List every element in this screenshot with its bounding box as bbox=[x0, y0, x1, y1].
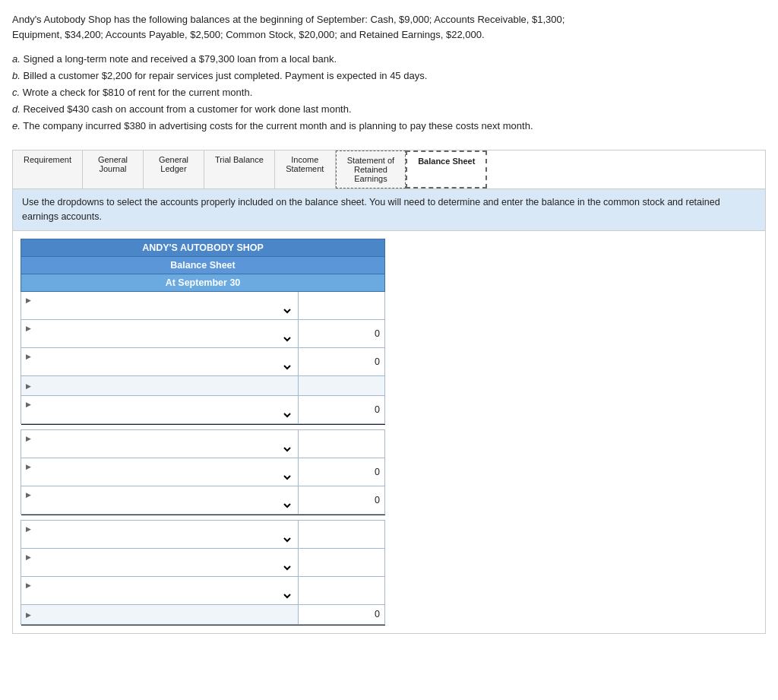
equity-row-3: Cash Accounts Receivable Equipment Accou… bbox=[21, 576, 385, 604]
final-separator-row bbox=[21, 624, 385, 626]
liab-select-1[interactable]: Cash Accounts Receivable Equipment Accou… bbox=[26, 443, 293, 455]
company-name-row: ANDY'S AUTOBODY SHOP bbox=[21, 239, 385, 256]
equity-select-2[interactable]: Cash Accounts Receivable Equipment Accou… bbox=[26, 562, 293, 574]
instruction-bar: Use the dropdowns to select the accounts… bbox=[13, 189, 765, 231]
liab-value-2: 0 bbox=[298, 458, 384, 486]
final-separator bbox=[21, 624, 385, 626]
equity-select-1[interactable]: Cash Accounts Receivable Equipment Accou… bbox=[26, 534, 293, 546]
asset-select-2[interactable]: Cash Accounts Receivable Equipment Accou… bbox=[26, 333, 293, 345]
equity-input-3[interactable] bbox=[303, 585, 380, 596]
asset-dropdown-4[interactable]: Cash Accounts Receivable Equipment Accou… bbox=[21, 395, 299, 423]
liab-row-3: Cash Accounts Receivable Equipment Accou… bbox=[21, 486, 385, 514]
asset-dropdown-3[interactable]: Cash Accounts Receivable Equipment Accou… bbox=[21, 347, 299, 375]
tabs-container: Requirement GeneralJournal GeneralLedger… bbox=[12, 150, 766, 634]
asset-row-4: Cash Accounts Receivable Equipment Accou… bbox=[21, 395, 385, 423]
sheet-title: Balance Sheet bbox=[21, 256, 385, 274]
asset-spacer-label bbox=[21, 375, 299, 395]
asset-spacer-val bbox=[298, 375, 384, 395]
transaction-c: c. Wrote a check for $810 of rent for th… bbox=[12, 84, 766, 101]
tab-income-statement[interactable]: IncomeStatement bbox=[275, 150, 336, 188]
liab-header-row: Cash Accounts Receivable Equipment Accou… bbox=[21, 429, 385, 458]
equity-value-1 bbox=[298, 520, 384, 548]
assets-dropdown-1[interactable]: Cash Accounts Receivable Equipment Accou… bbox=[21, 291, 299, 319]
liab-value-3: 0 bbox=[298, 486, 384, 514]
balance-sheet-table: ANDY'S AUTOBODY SHOP Balance Sheet At Se… bbox=[21, 239, 385, 626]
equity-dropdown-2[interactable]: Cash Accounts Receivable Equipment Accou… bbox=[21, 548, 299, 576]
tab-balance-sheet[interactable]: Balance Sheet bbox=[406, 150, 487, 188]
equity-total-row: 0 bbox=[21, 604, 385, 624]
transactions-list: a. Signed a long-term note and received … bbox=[12, 51, 766, 135]
equity-input-2[interactable] bbox=[303, 557, 380, 568]
equity-select-3[interactable]: Cash Accounts Receivable Equipment Accou… bbox=[26, 590, 293, 602]
assets-section-header-row: Cash Accounts Receivable Equipment Accou… bbox=[21, 291, 385, 319]
asset-value-2: 0 bbox=[298, 319, 384, 347]
equity-value-3[interactable] bbox=[298, 576, 384, 604]
liab-dropdown-2[interactable]: Cash Accounts Receivable Equipment Accou… bbox=[21, 458, 299, 486]
liab-dropdown-3[interactable]: Cash Accounts Receivable Equipment Accou… bbox=[21, 486, 299, 514]
asset-row-3: Cash Accounts Receivable Equipment Accou… bbox=[21, 347, 385, 375]
asset-value-3: 0 bbox=[298, 347, 384, 375]
assets-select-1[interactable]: Cash Accounts Receivable Equipment Accou… bbox=[26, 305, 293, 317]
equity-total-label bbox=[21, 604, 299, 624]
company-name: ANDY'S AUTOBODY SHOP bbox=[21, 239, 385, 256]
equity-value-2[interactable] bbox=[298, 548, 384, 576]
tab-general-journal[interactable]: GeneralJournal bbox=[83, 150, 144, 188]
transaction-d: d. Received $430 cash on account from a … bbox=[12, 101, 766, 118]
tab-statement-retained[interactable]: Statement ofRetainedEarnings bbox=[336, 150, 406, 188]
tabs-row: Requirement GeneralJournal GeneralLedger… bbox=[13, 150, 765, 189]
balance-sheet-wrapper: ANDY'S AUTOBODY SHOP Balance Sheet At Se… bbox=[13, 231, 765, 634]
sheet-title-row: Balance Sheet bbox=[21, 256, 385, 274]
sheet-date: At September 30 bbox=[21, 274, 385, 291]
liab-select-3[interactable]: Cash Accounts Receivable Equipment Accou… bbox=[26, 499, 293, 512]
asset-row-2: Cash Accounts Receivable Equipment Accou… bbox=[21, 319, 385, 347]
transaction-a: a. Signed a long-term note and received … bbox=[12, 51, 766, 68]
liab-row-2: Cash Accounts Receivable Equipment Accou… bbox=[21, 458, 385, 486]
assets-value-1 bbox=[298, 291, 384, 319]
asset-select-3[interactable]: Cash Accounts Receivable Equipment Accou… bbox=[26, 361, 293, 373]
asset-select-4[interactable]: Cash Accounts Receivable Equipment Accou… bbox=[26, 409, 293, 421]
sheet-date-row: At September 30 bbox=[21, 274, 385, 291]
transaction-b: b. Billed a customer $2,200 for repair s… bbox=[12, 68, 766, 84]
tab-requirement[interactable]: Requirement bbox=[13, 150, 83, 188]
equity-header-row: Cash Accounts Receivable Equipment Accou… bbox=[21, 520, 385, 548]
tab-general-ledger[interactable]: GeneralLedger bbox=[144, 150, 204, 188]
asset-spacer-1 bbox=[21, 375, 385, 395]
liab-select-2[interactable]: Cash Accounts Receivable Equipment Accou… bbox=[26, 471, 293, 483]
liab-value-1 bbox=[298, 429, 384, 458]
equity-dropdown-3[interactable]: Cash Accounts Receivable Equipment Accou… bbox=[21, 576, 299, 604]
equity-total-value: 0 bbox=[298, 604, 384, 624]
intro-paragraph: Andy's Autobody Shop has the following b… bbox=[12, 12, 766, 42]
transaction-e: e. The company incurred $380 in advertis… bbox=[12, 118, 766, 135]
equity-row-2: Cash Accounts Receivable Equipment Accou… bbox=[21, 548, 385, 576]
asset-value-4: 0 bbox=[298, 395, 384, 423]
liab-dropdown-1[interactable]: Cash Accounts Receivable Equipment Accou… bbox=[21, 429, 299, 458]
tab-trial-balance[interactable]: Trial Balance bbox=[204, 150, 275, 188]
equity-dropdown-1[interactable]: Cash Accounts Receivable Equipment Accou… bbox=[21, 520, 299, 548]
asset-dropdown-2[interactable]: Cash Accounts Receivable Equipment Accou… bbox=[21, 319, 299, 347]
